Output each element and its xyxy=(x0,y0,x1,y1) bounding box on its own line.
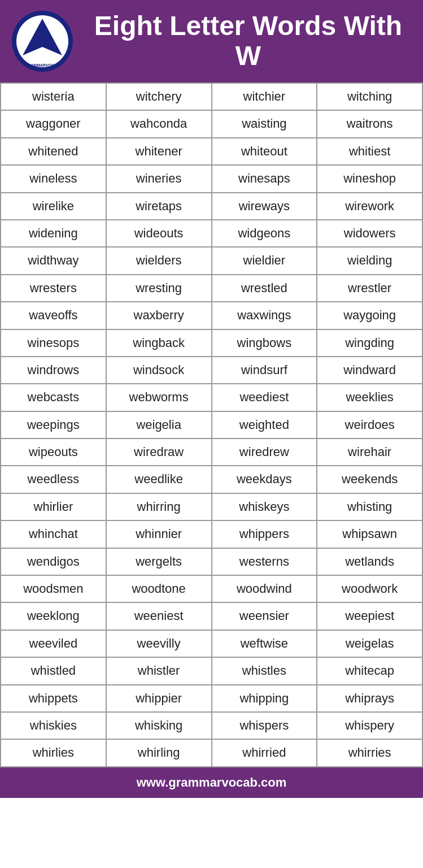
word-cell: wirework xyxy=(317,193,423,220)
word-cell: wingbows xyxy=(212,330,318,357)
word-cell: waveoffs xyxy=(1,302,107,329)
word-cell: whitened xyxy=(1,138,107,166)
word-cell: whitecap xyxy=(317,658,423,685)
header: GRAMMARVOCAB Eight Letter Words With W xyxy=(0,0,423,83)
word-cell: woodwork xyxy=(317,576,423,603)
word-cell: wielders xyxy=(107,248,212,275)
word-cell: whistles xyxy=(212,658,318,685)
word-cell: wieldier xyxy=(212,248,318,275)
word-cell: waygoing xyxy=(317,302,423,329)
word-cell: wetlands xyxy=(317,549,423,576)
word-cell: whisting xyxy=(317,494,423,521)
word-cell: windsock xyxy=(107,357,212,384)
word-cell: weigelia xyxy=(107,412,212,439)
word-cell: whiprays xyxy=(317,685,423,713)
word-cell: widthway xyxy=(1,248,107,275)
word-cell: wineries xyxy=(107,166,212,193)
word-cell: winesops xyxy=(1,330,107,357)
word-cell: wahconda xyxy=(107,111,212,138)
word-cell: webworms xyxy=(107,384,212,411)
word-cell: widening xyxy=(1,220,107,248)
word-cell: wresting xyxy=(107,275,212,302)
word-cell: wiretaps xyxy=(107,193,212,220)
word-cell: wineshop xyxy=(317,166,423,193)
word-cell: wineless xyxy=(1,166,107,193)
word-cell: whisking xyxy=(107,713,212,740)
word-cell: westerns xyxy=(212,549,318,576)
word-cell: whirries xyxy=(317,740,423,767)
word-cell: wiredraw xyxy=(107,439,212,466)
word-cell: wirehair xyxy=(317,439,423,466)
header-title: Eight Letter Words With W xyxy=(85,11,412,71)
word-cell: weediest xyxy=(212,384,318,411)
word-grid: wisteriawitcherywitchierwitchingwaggoner… xyxy=(0,83,423,767)
svg-text:GRAMMARVOCAB: GRAMMARVOCAB xyxy=(25,63,60,67)
word-cell: whinnier xyxy=(107,521,212,548)
word-cell: weepiest xyxy=(317,603,423,630)
word-cell: wisteria xyxy=(1,84,107,111)
word-cell: whippets xyxy=(1,685,107,713)
word-cell: whitener xyxy=(107,138,212,166)
word-cell: witchery xyxy=(107,84,212,111)
word-cell: waxberry xyxy=(107,302,212,329)
word-cell: weighted xyxy=(212,412,318,439)
word-cell: wergelts xyxy=(107,549,212,576)
word-cell: witchier xyxy=(212,84,318,111)
word-cell: wrestler xyxy=(317,275,423,302)
word-cell: weedless xyxy=(1,466,107,493)
word-cell: whirried xyxy=(212,740,318,767)
word-cell: weftwise xyxy=(212,631,318,658)
word-cell: winesaps xyxy=(212,166,318,193)
word-cell: witching xyxy=(317,84,423,111)
word-cell: wrestled xyxy=(212,275,318,302)
word-cell: whitiest xyxy=(317,138,423,166)
word-cell: whirling xyxy=(107,740,212,767)
word-cell: whippers xyxy=(212,521,318,548)
word-cell: whinchat xyxy=(1,521,107,548)
word-cell: woodtone xyxy=(107,576,212,603)
word-cell: wielding xyxy=(317,248,423,275)
word-cell: wirelike xyxy=(1,193,107,220)
word-cell: wingback xyxy=(107,330,212,357)
word-cell: weevilly xyxy=(107,631,212,658)
word-cell: wingding xyxy=(317,330,423,357)
word-cell: whispers xyxy=(212,713,318,740)
word-cell: windrows xyxy=(1,357,107,384)
word-cell: whistled xyxy=(1,658,107,685)
word-cell: whiskeys xyxy=(212,494,318,521)
word-cell: whirlies xyxy=(1,740,107,767)
word-cell: whispery xyxy=(317,713,423,740)
word-cell: wiredrew xyxy=(212,439,318,466)
word-cell: windsurf xyxy=(212,357,318,384)
footer-url: www.grammarvocab.com xyxy=(137,775,287,789)
word-cell: whiteout xyxy=(212,138,318,166)
word-cell: whirring xyxy=(107,494,212,521)
word-cell: whipping xyxy=(212,685,318,713)
word-cell: whippier xyxy=(107,685,212,713)
word-cell: wireways xyxy=(212,193,318,220)
word-cell: weeklies xyxy=(317,384,423,411)
word-cell: widgeons xyxy=(212,220,318,248)
word-cell: widowers xyxy=(317,220,423,248)
word-cell: weeniest xyxy=(107,603,212,630)
word-cell: waxwings xyxy=(212,302,318,329)
word-cell: whirlier xyxy=(1,494,107,521)
word-cell: windward xyxy=(317,357,423,384)
word-cell: whiskies xyxy=(1,713,107,740)
word-cell: webcasts xyxy=(1,384,107,411)
word-cell: waggoner xyxy=(1,111,107,138)
word-cell: woodwind xyxy=(212,576,318,603)
word-cell: weepings xyxy=(1,412,107,439)
word-cell: weigelas xyxy=(317,631,423,658)
word-cell: whipsawn xyxy=(317,521,423,548)
word-cell: wideouts xyxy=(107,220,212,248)
word-cell: weirdoes xyxy=(317,412,423,439)
word-cell: wipeouts xyxy=(1,439,107,466)
word-cell: woodsmen xyxy=(1,576,107,603)
word-cell: weensier xyxy=(212,603,318,630)
word-cell: whistler xyxy=(107,658,212,685)
word-cell: weeviled xyxy=(1,631,107,658)
word-cell: weedlike xyxy=(107,466,212,493)
word-cell: weekdays xyxy=(212,466,318,493)
footer: www.grammarvocab.com xyxy=(0,767,423,798)
